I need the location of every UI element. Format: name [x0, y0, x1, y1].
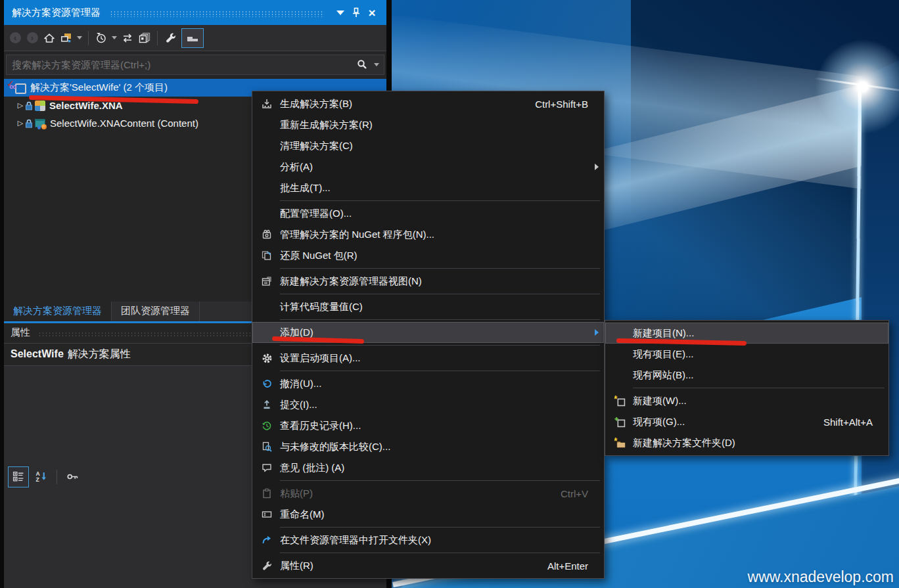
- search-row: [4, 51, 386, 78]
- menu-item-rebuild-solution[interactable]: 重新生成解决方案(R): [252, 114, 604, 135]
- submenu-item-new-item[interactable]: * 新建项(W)...: [605, 390, 888, 411]
- svg-text:*: *: [614, 396, 618, 404]
- search-input[interactable]: [7, 59, 352, 70]
- screen: 解决方案资源管理器 × ‹ ›: [0, 0, 899, 588]
- submenu-item-existing-project[interactable]: 现有项目(E)...: [605, 344, 888, 365]
- solution-context-menu: 生成解决方案(B) Ctrl+Shift+B 重新生成解决方案(R) 清理解决方…: [252, 91, 605, 579]
- titlebar-grip: [110, 11, 325, 17]
- wrench-icon: [165, 32, 176, 43]
- filter-dropdown[interactable]: [110, 30, 119, 47]
- svg-text:*: *: [614, 438, 618, 446]
- history-icon: [254, 420, 280, 431]
- menu-item-configuration-manager[interactable]: 配置管理器(O)...: [252, 203, 604, 224]
- submenu-arrow-icon: [591, 329, 603, 336]
- menu-item-build-solution[interactable]: 生成解决方案(B) Ctrl+Shift+B: [252, 93, 604, 114]
- submenu-item-existing-item[interactable]: 现有项(G)... Shift+Alt+A: [605, 411, 888, 432]
- home-button[interactable]: [41, 30, 58, 47]
- menu-item-rename[interactable]: 重命名(M): [252, 504, 604, 525]
- menu-item-clean-solution[interactable]: 清理解决方案(C): [252, 135, 604, 156]
- menu-item-set-startup-project[interactable]: 设置启动项目(A)...: [252, 348, 604, 369]
- toolbar-separator: [88, 31, 89, 45]
- properties-object-type: 解决方案属性: [68, 348, 131, 361]
- menu-item-manage-nuget[interactable]: 管理解决方案的 NuGet 程序包(N)...: [252, 224, 604, 245]
- commit-icon: [254, 399, 280, 410]
- menu-item-compare-unmodified[interactable]: 与未修改的版本比较(C)...: [252, 436, 604, 457]
- content-project-icon: [35, 118, 46, 129]
- menu-separator: [280, 200, 600, 201]
- paste-icon: [254, 488, 280, 499]
- search-options-dropdown[interactable]: [372, 56, 381, 73]
- new-explorer-view-icon: [254, 276, 280, 286]
- dropdown-caret-icon: [77, 36, 82, 39]
- menu-separator: [280, 371, 600, 371]
- new-item-icon: *: [607, 396, 633, 407]
- menu-item-batch-build[interactable]: 批生成(T)...: [252, 177, 604, 198]
- menu-item-properties[interactable]: 属性(R) Alt+Enter: [252, 555, 604, 576]
- menu-separator: [280, 480, 600, 481]
- back-icon: ‹: [10, 32, 21, 43]
- menu-separator: [280, 319, 600, 320]
- categorized-view-button[interactable]: [8, 466, 29, 487]
- menu-item-new-explorer-view[interactable]: 新建解决方案资源管理器视图(N): [252, 271, 604, 292]
- expand-chevron-icon[interactable]: ▷: [16, 101, 25, 110]
- menu-item-open-folder-in-explorer[interactable]: 在文件资源管理器中打开文件夹(X): [252, 530, 604, 551]
- tab-solution-explorer[interactable]: 解决方案资源管理器: [4, 302, 112, 321]
- show-all-files-icon: [139, 32, 150, 43]
- property-pages-button[interactable]: [62, 467, 82, 487]
- categorized-icon: [12, 471, 24, 482]
- dropdown-caret-icon: [374, 63, 379, 66]
- submenu-arrow-icon: [591, 164, 603, 170]
- menu-item-commit[interactable]: 提交(I)...: [252, 394, 604, 415]
- tool-window-title: 解决方案资源管理器: [12, 7, 101, 19]
- alphabetical-icon: A Z: [35, 471, 47, 482]
- menu-item-view-history[interactable]: 查看历史记录(H)...: [252, 415, 604, 436]
- collapse-dropdown[interactable]: [75, 30, 84, 47]
- window-position-button[interactable]: [333, 5, 348, 20]
- wrench-icon: [254, 560, 280, 571]
- sync-button[interactable]: [119, 30, 136, 47]
- menu-item-analyze[interactable]: 分析(A): [252, 156, 604, 177]
- pin-button[interactable]: [348, 5, 364, 20]
- show-all-files-button[interactable]: [136, 30, 153, 47]
- menu-item-undo[interactable]: 撤消(U)...: [252, 373, 604, 394]
- properties-button[interactable]: [162, 30, 179, 47]
- sync-icon: [121, 33, 134, 43]
- menu-item-code-metrics[interactable]: 计算代码度量值(C): [252, 296, 604, 317]
- tree-row-label: SelectWife.XNAContent (Content): [50, 118, 198, 129]
- lock-icon: [25, 119, 33, 128]
- dropdown-caret-icon: [112, 36, 117, 39]
- submenu-item-existing-website[interactable]: 现有网站(B)...: [605, 365, 888, 386]
- alphabetical-sort-button[interactable]: A Z: [32, 467, 51, 487]
- menu-item-annotate[interactable]: 意见 (批注) (A): [252, 457, 604, 478]
- tree-row-label: 解决方案'SelectWife' (2 个项目): [30, 81, 168, 94]
- preview-selected-items-toggle[interactable]: [181, 28, 204, 48]
- rename-icon: [254, 509, 280, 520]
- close-button[interactable]: ×: [364, 5, 380, 20]
- close-icon: ×: [368, 7, 375, 19]
- solution-icon: ∞✓: [9, 82, 26, 94]
- menu-item-restore-nuget[interactable]: 还原 NuGet 包(R): [252, 245, 604, 266]
- pending-changes-filter-button[interactable]: [93, 30, 110, 47]
- search-box[interactable]: [6, 55, 384, 75]
- properties-header-label: 属性: [11, 327, 30, 339]
- menu-separator: [280, 527, 600, 528]
- forward-button[interactable]: ›: [24, 30, 41, 47]
- collapse-all-button[interactable]: [58, 30, 75, 47]
- collapse-all-icon: [60, 33, 72, 43]
- toolbar-separator: [57, 470, 57, 484]
- xna-project-icon: [35, 101, 45, 111]
- preview-selected-items-icon: [187, 34, 198, 43]
- back-button[interactable]: ‹: [7, 30, 24, 47]
- menu-separator: [280, 553, 600, 553]
- svg-text:Z: Z: [36, 477, 39, 483]
- menu-separator: [280, 268, 600, 269]
- search-icon[interactable]: [352, 59, 372, 70]
- property-pages-icon: [66, 471, 79, 482]
- comment-icon: [254, 463, 280, 473]
- menu-separator: [280, 294, 600, 294]
- expand-chevron-icon[interactable]: ▷: [16, 119, 25, 127]
- menu-item-paste[interactable]: 粘贴(P) Ctrl+V: [252, 483, 604, 504]
- tab-team-explorer[interactable]: 团队资源管理器: [112, 302, 200, 321]
- tool-window-titlebar[interactable]: 解决方案资源管理器 ×: [4, 0, 386, 25]
- submenu-item-new-solution-folder[interactable]: * 新建解决方案文件夹(D): [605, 432, 888, 453]
